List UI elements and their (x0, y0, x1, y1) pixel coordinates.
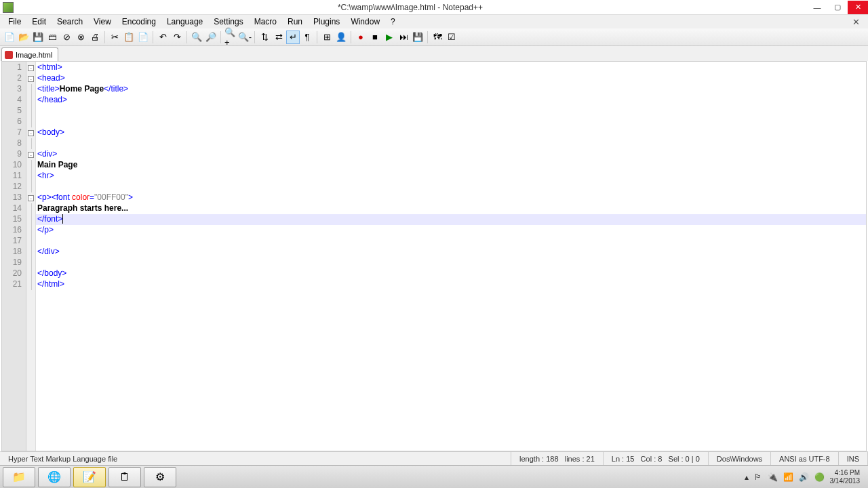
menu-plugins[interactable]: Plugins (308, 16, 345, 28)
window-titlebar: *C:\wamp\www\Image.html - Notepad++ — ▢ … (0, 0, 868, 15)
line-number-gutter: 1 2 3 4 5 6 7 8 9 10 11 12 13 14 15 16 1… (2, 62, 26, 451)
toolbar-separator (427, 31, 428, 43)
menu-file[interactable]: File (3, 16, 26, 28)
file-tab[interactable]: Image.html (1, 47, 58, 61)
fold-toggle-icon[interactable]: - (28, 130, 34, 136)
replace-icon[interactable]: 🔎 (204, 30, 218, 44)
tray-chevron-up-icon[interactable]: ▴ (745, 472, 749, 482)
toolbar-separator (153, 31, 153, 43)
taskbar-wamp-icon[interactable]: ⚙ (144, 467, 176, 487)
taskbar-chrome-icon[interactable]: 🌐 (38, 467, 71, 487)
status-eol: Dos\Windows (709, 452, 771, 465)
save-icon[interactable]: 💾 (31, 30, 45, 44)
status-cursor: Ln : 15 Col : 8 Sel : 0 | 0 (604, 452, 709, 465)
menu-help[interactable]: ? (385, 16, 401, 28)
indent-guide-icon[interactable]: ⊞ (320, 30, 334, 44)
menu-window[interactable]: Window (345, 16, 385, 28)
tray-wamp-icon[interactable]: 🟢 (814, 472, 825, 482)
text-cursor (62, 214, 63, 224)
copy-icon[interactable]: 📋 (122, 30, 136, 44)
editor-area[interactable]: 1 2 3 4 5 6 7 8 9 10 11 12 13 14 15 16 1… (1, 61, 867, 451)
show-all-chars-icon[interactable]: ¶ (300, 30, 314, 44)
taskbar-notes-icon[interactable]: 🗒 (108, 467, 141, 487)
taskbar-notepadpp-icon[interactable]: 📝 (73, 467, 106, 487)
redo-icon[interactable]: ↷ (170, 30, 184, 44)
doc-map-icon[interactable]: 🗺 (431, 30, 444, 44)
tray-clock[interactable]: 4:16 PM 3/14/2013 (830, 469, 866, 485)
wordwrap-icon[interactable]: ↵ (286, 30, 300, 44)
menu-language[interactable]: Language (161, 16, 208, 28)
menu-search[interactable]: Search (52, 16, 88, 28)
doc-close-button[interactable]: ✕ (847, 17, 865, 27)
close-all-icon[interactable]: ⊗ (74, 30, 87, 44)
menu-edit[interactable]: Edit (26, 16, 52, 28)
status-length: length : 188 lines : 21 (511, 452, 604, 465)
undo-icon[interactable]: ↶ (156, 30, 170, 44)
macro-play-multi-icon[interactable]: ⏭ (397, 30, 410, 44)
menu-macro[interactable]: Macro (249, 16, 282, 28)
tabbar: Image.html (0, 46, 868, 61)
window-controls: — ▢ ✕ (807, 1, 868, 14)
sync-v-icon[interactable]: ⇅ (258, 30, 271, 44)
toolbar-separator (104, 31, 105, 43)
function-list-icon[interactable]: ☑ (445, 30, 458, 44)
open-file-icon[interactable]: 📂 (17, 30, 31, 44)
close-file-icon[interactable]: ⊘ (60, 30, 73, 44)
toolbar: 📄 📂 💾 🗃 ⊘ ⊗ 🖨 ✂ 📋 📄 ↶ ↷ 🔍 🔎 🔍+ 🔍- ⇅ ⇄ ↵ … (0, 28, 868, 46)
minimize-button[interactable]: — (807, 1, 827, 14)
new-file-icon[interactable]: 📄 (3, 30, 16, 44)
status-filetype: Hyper Text Markup Language file (0, 452, 511, 465)
fold-gutter: - - - - - (26, 62, 36, 451)
menubar: File Edit Search View Encoding Language … (0, 15, 868, 28)
menu-run[interactable]: Run (282, 16, 308, 28)
save-all-icon[interactable]: 🗃 (45, 30, 59, 44)
status-insmode: INS (839, 452, 868, 465)
fold-toggle-icon[interactable]: - (28, 65, 34, 71)
macro-stop-icon[interactable]: ■ (368, 30, 382, 44)
fold-toggle-icon[interactable]: - (28, 195, 34, 201)
statusbar: Hyper Text Markup Language file length :… (0, 451, 868, 465)
find-icon[interactable]: 🔍 (190, 30, 203, 44)
tray-power-icon[interactable]: 🔌 (768, 472, 778, 482)
macro-record-icon[interactable]: ● (354, 30, 368, 44)
menu-settings[interactable]: Settings (208, 16, 248, 28)
toolbar-separator (186, 31, 187, 43)
menu-encoding[interactable]: Encoding (117, 16, 161, 28)
tab-label: Image.html (16, 51, 52, 59)
system-tray: ▴ 🏳 🔌 📶 🔊 🟢 4:16 PM 3/14/2013 (745, 469, 866, 485)
user-lang-icon[interactable]: 👤 (334, 30, 348, 44)
close-button[interactable]: ✕ (848, 1, 868, 14)
zoom-out-icon[interactable]: 🔍- (238, 30, 252, 44)
print-icon[interactable]: 🖨 (88, 30, 102, 44)
macro-play-icon[interactable]: ▶ (382, 30, 396, 44)
toolbar-separator (254, 31, 255, 43)
toolbar-separator (317, 31, 317, 43)
macro-save-icon[interactable]: 💾 (411, 30, 425, 44)
paste-icon[interactable]: 📄 (136, 30, 150, 44)
file-modified-icon (5, 51, 13, 59)
code-editor[interactable]: <html> <head> <title>Home Page</title> <… (36, 62, 866, 451)
maximize-button[interactable]: ▢ (827, 1, 848, 14)
menu-view[interactable]: View (88, 16, 117, 28)
taskbar-explorer-icon[interactable]: 📁 (3, 467, 35, 487)
fold-toggle-icon[interactable]: - (28, 76, 34, 82)
tray-volume-icon[interactable]: 🔊 (799, 472, 809, 482)
toolbar-separator (220, 31, 221, 43)
status-encoding: ANSI as UTF-8 (771, 452, 839, 465)
cut-icon[interactable]: ✂ (108, 30, 121, 44)
zoom-in-icon[interactable]: 🔍+ (224, 30, 237, 44)
sync-h-icon[interactable]: ⇄ (272, 30, 285, 44)
taskbar: 📁 🌐 📝 🗒 ⚙ ▴ 🏳 🔌 📶 🔊 🟢 4:16 PM 3/14/2013 (0, 465, 868, 488)
window-title: *C:\wamp\www\Image.html - Notepad++ (14, 3, 807, 12)
app-icon (3, 2, 14, 13)
tray-flag-icon[interactable]: 🏳 (754, 472, 762, 482)
tray-network-icon[interactable]: 📶 (783, 472, 793, 482)
fold-toggle-icon[interactable]: - (28, 152, 34, 158)
toolbar-separator (351, 31, 351, 43)
